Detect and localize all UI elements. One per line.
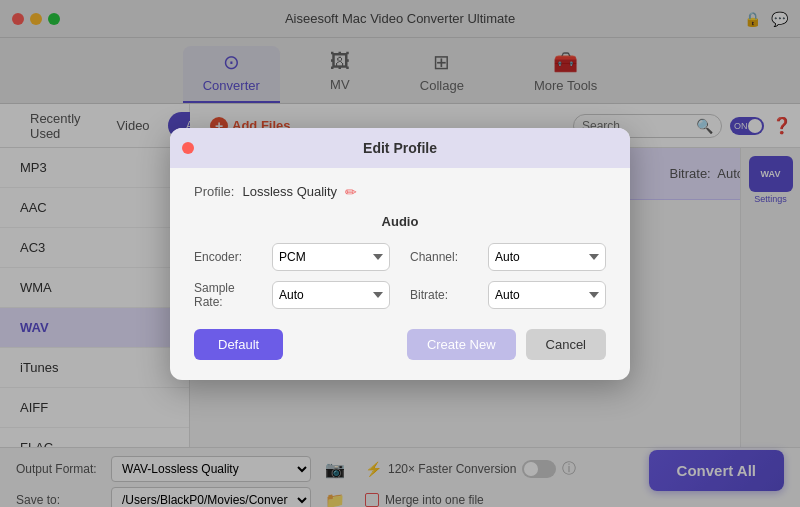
sample-rate-select[interactable]: Auto xyxy=(272,281,390,309)
bitrate-select[interactable]: Auto xyxy=(488,281,606,309)
profile-row: Profile: Lossless Quality ✏ xyxy=(194,184,606,200)
modal-body: Profile: Lossless Quality ✏ Audio Encode… xyxy=(170,168,630,329)
profile-name: Lossless Quality xyxy=(242,184,337,199)
cancel-button[interactable]: Cancel xyxy=(526,329,606,360)
sample-rate-row: Sample Rate: Auto xyxy=(194,281,390,309)
modal-overlay: Edit Profile Profile: Lossless Quality ✏… xyxy=(0,0,800,507)
edit-profile-modal: Edit Profile Profile: Lossless Quality ✏… xyxy=(170,128,630,380)
encoder-select[interactable]: PCM xyxy=(272,243,390,271)
bitrate-row: Bitrate: Auto xyxy=(410,281,606,309)
profile-label: Profile: xyxy=(194,184,234,199)
encoder-label: Encoder: xyxy=(194,250,264,264)
channel-select[interactable]: Auto xyxy=(488,243,606,271)
modal-close-button[interactable] xyxy=(182,142,194,154)
form-grid: Encoder: PCM Channel: Auto Sample Rate: xyxy=(194,243,606,309)
section-title: Audio xyxy=(194,214,606,229)
modal-title: Edit Profile xyxy=(363,140,437,156)
default-button[interactable]: Default xyxy=(194,329,283,360)
channel-label: Channel: xyxy=(410,250,480,264)
btn-group: Create New Cancel xyxy=(407,329,606,360)
modal-footer: Default Create New Cancel xyxy=(170,329,630,380)
modal-titlebar: Edit Profile xyxy=(170,128,630,168)
encoder-row: Encoder: PCM xyxy=(194,243,390,271)
edit-profile-icon[interactable]: ✏ xyxy=(345,184,357,200)
sample-rate-label: Sample Rate: xyxy=(194,281,264,309)
create-new-button[interactable]: Create New xyxy=(407,329,516,360)
bitrate-label: Bitrate: xyxy=(410,288,480,302)
channel-row: Channel: Auto xyxy=(410,243,606,271)
